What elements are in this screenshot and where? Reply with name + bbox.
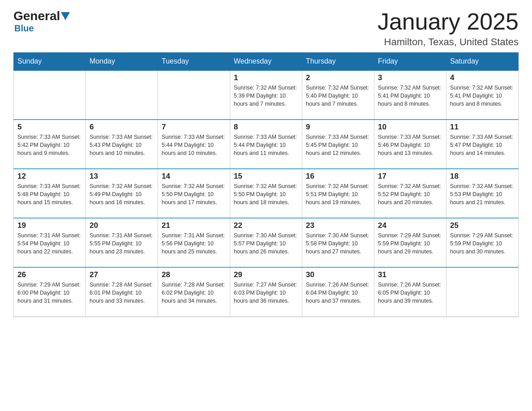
calendar-cell: 6Sunrise: 7:33 AM Sunset: 5:43 PM Daylig…	[86, 120, 158, 169]
day-number: 5	[17, 123, 82, 132]
calendar-cell	[86, 70, 158, 120]
calendar-cell: 19Sunrise: 7:31 AM Sunset: 5:54 PM Dayli…	[14, 218, 86, 267]
day-info: Sunrise: 7:28 AM Sunset: 6:02 PM Dayligh…	[162, 281, 226, 305]
calendar-cell: 2Sunrise: 7:32 AM Sunset: 5:40 PM Daylig…	[302, 70, 374, 120]
day-info: Sunrise: 7:28 AM Sunset: 6:01 PM Dayligh…	[90, 281, 154, 305]
day-number: 6	[90, 123, 154, 132]
column-header-thursday: Thursday	[302, 53, 374, 71]
calendar-cell	[14, 70, 86, 120]
logo: General Blue	[13, 9, 71, 34]
logo-blue: Blue	[14, 23, 34, 34]
calendar-week-row: 26Sunrise: 7:29 AM Sunset: 6:00 PM Dayli…	[14, 267, 519, 317]
column-header-friday: Friday	[374, 53, 446, 71]
calendar-table: SundayMondayTuesdayWednesdayThursdayFrid…	[13, 52, 519, 317]
day-number: 8	[234, 123, 298, 132]
calendar-cell: 3Sunrise: 7:32 AM Sunset: 5:41 PM Daylig…	[374, 70, 446, 120]
calendar-week-row: 1Sunrise: 7:32 AM Sunset: 5:39 PM Daylig…	[14, 70, 519, 120]
calendar-cell: 8Sunrise: 7:33 AM Sunset: 5:44 PM Daylig…	[230, 120, 302, 169]
day-info: Sunrise: 7:32 AM Sunset: 5:49 PM Dayligh…	[90, 182, 154, 206]
location-subtitle: Hamilton, Texas, United States	[378, 36, 519, 48]
day-info: Sunrise: 7:32 AM Sunset: 5:52 PM Dayligh…	[378, 182, 442, 206]
logo-triangle-icon	[61, 12, 70, 20]
day-info: Sunrise: 7:30 AM Sunset: 5:58 PM Dayligh…	[306, 231, 370, 256]
day-info: Sunrise: 7:32 AM Sunset: 5:50 PM Dayligh…	[234, 182, 298, 206]
calendar-cell: 31Sunrise: 7:26 AM Sunset: 6:05 PM Dayli…	[374, 267, 446, 317]
day-number: 27	[90, 270, 154, 279]
calendar-cell: 21Sunrise: 7:31 AM Sunset: 5:56 PM Dayli…	[158, 218, 230, 267]
page-title: January 2025	[378, 9, 519, 34]
day-number: 21	[162, 221, 226, 230]
calendar-cell: 1Sunrise: 7:32 AM Sunset: 5:39 PM Daylig…	[230, 70, 302, 120]
day-info: Sunrise: 7:33 AM Sunset: 5:42 PM Dayligh…	[17, 133, 82, 157]
day-number: 3	[378, 73, 442, 82]
day-info: Sunrise: 7:29 AM Sunset: 5:59 PM Dayligh…	[450, 231, 515, 256]
calendar-cell: 15Sunrise: 7:32 AM Sunset: 5:50 PM Dayli…	[230, 169, 302, 218]
day-number: 9	[306, 123, 370, 132]
day-info: Sunrise: 7:32 AM Sunset: 5:50 PM Dayligh…	[162, 182, 226, 206]
calendar-week-row: 12Sunrise: 7:33 AM Sunset: 5:48 PM Dayli…	[14, 169, 519, 218]
day-number: 17	[378, 172, 442, 181]
column-header-monday: Monday	[86, 53, 158, 71]
day-info: Sunrise: 7:32 AM Sunset: 5:41 PM Dayligh…	[450, 84, 515, 108]
calendar-cell: 14Sunrise: 7:32 AM Sunset: 5:50 PM Dayli…	[158, 169, 230, 218]
day-info: Sunrise: 7:32 AM Sunset: 5:51 PM Dayligh…	[306, 182, 370, 206]
day-info: Sunrise: 7:26 AM Sunset: 6:04 PM Dayligh…	[306, 281, 370, 305]
day-number: 10	[378, 123, 442, 132]
day-number: 16	[306, 172, 370, 181]
day-number: 15	[234, 172, 298, 181]
calendar-cell: 5Sunrise: 7:33 AM Sunset: 5:42 PM Daylig…	[14, 120, 86, 169]
day-number: 19	[17, 221, 82, 230]
day-info: Sunrise: 7:29 AM Sunset: 6:00 PM Dayligh…	[17, 281, 82, 305]
day-number: 1	[234, 73, 298, 82]
day-number: 24	[378, 221, 442, 230]
calendar-cell: 7Sunrise: 7:33 AM Sunset: 5:44 PM Daylig…	[158, 120, 230, 169]
day-info: Sunrise: 7:32 AM Sunset: 5:39 PM Dayligh…	[234, 84, 298, 108]
day-number: 4	[450, 73, 515, 82]
day-number: 23	[306, 221, 370, 230]
calendar-cell: 28Sunrise: 7:28 AM Sunset: 6:02 PM Dayli…	[158, 267, 230, 317]
day-info: Sunrise: 7:33 AM Sunset: 5:44 PM Dayligh…	[162, 133, 226, 157]
day-number: 18	[450, 172, 515, 181]
calendar-week-row: 5Sunrise: 7:33 AM Sunset: 5:42 PM Daylig…	[14, 120, 519, 169]
calendar-cell: 20Sunrise: 7:31 AM Sunset: 5:55 PM Dayli…	[86, 218, 158, 267]
day-info: Sunrise: 7:31 AM Sunset: 5:55 PM Dayligh…	[90, 231, 154, 256]
day-info: Sunrise: 7:32 AM Sunset: 5:40 PM Dayligh…	[306, 84, 370, 108]
day-number: 13	[90, 172, 154, 181]
calendar-cell: 17Sunrise: 7:32 AM Sunset: 5:52 PM Dayli…	[374, 169, 446, 218]
calendar-cell: 11Sunrise: 7:33 AM Sunset: 5:47 PM Dayli…	[446, 120, 519, 169]
day-info: Sunrise: 7:33 AM Sunset: 5:47 PM Dayligh…	[450, 133, 515, 157]
calendar-cell: 18Sunrise: 7:32 AM Sunset: 5:53 PM Dayli…	[446, 169, 519, 218]
day-info: Sunrise: 7:32 AM Sunset: 5:41 PM Dayligh…	[378, 84, 442, 108]
calendar-cell: 4Sunrise: 7:32 AM Sunset: 5:41 PM Daylig…	[446, 70, 519, 120]
calendar-cell	[158, 70, 230, 120]
day-number: 28	[162, 270, 226, 279]
day-info: Sunrise: 7:26 AM Sunset: 6:05 PM Dayligh…	[378, 281, 442, 305]
column-header-wednesday: Wednesday	[230, 53, 302, 71]
day-info: Sunrise: 7:33 AM Sunset: 5:48 PM Dayligh…	[17, 182, 82, 206]
calendar-header-row: SundayMondayTuesdayWednesdayThursdayFrid…	[14, 53, 519, 71]
day-number: 31	[378, 270, 442, 279]
logo-text: General	[13, 9, 71, 23]
calendar-cell: 27Sunrise: 7:28 AM Sunset: 6:01 PM Dayli…	[86, 267, 158, 317]
day-number: 22	[234, 221, 298, 230]
day-info: Sunrise: 7:33 AM Sunset: 5:43 PM Dayligh…	[90, 133, 154, 157]
day-number: 11	[450, 123, 515, 132]
day-info: Sunrise: 7:33 AM Sunset: 5:45 PM Dayligh…	[306, 133, 370, 157]
day-number: 26	[17, 270, 82, 279]
day-info: Sunrise: 7:33 AM Sunset: 5:44 PM Dayligh…	[234, 133, 298, 157]
calendar-week-row: 19Sunrise: 7:31 AM Sunset: 5:54 PM Dayli…	[14, 218, 519, 267]
title-area: January 2025 Hamilton, Texas, United Sta…	[378, 9, 519, 48]
day-number: 14	[162, 172, 226, 181]
calendar-cell: 23Sunrise: 7:30 AM Sunset: 5:58 PM Dayli…	[302, 218, 374, 267]
day-info: Sunrise: 7:29 AM Sunset: 5:59 PM Dayligh…	[378, 231, 442, 256]
day-info: Sunrise: 7:31 AM Sunset: 5:54 PM Dayligh…	[17, 231, 82, 256]
day-info: Sunrise: 7:27 AM Sunset: 6:03 PM Dayligh…	[234, 281, 298, 305]
calendar-cell: 10Sunrise: 7:33 AM Sunset: 5:46 PM Dayli…	[374, 120, 446, 169]
logo-general: General	[13, 9, 60, 23]
page-header: General Blue January 2025 Hamilton, Texa…	[13, 9, 519, 48]
calendar-cell: 24Sunrise: 7:29 AM Sunset: 5:59 PM Dayli…	[374, 218, 446, 267]
day-number: 20	[90, 221, 154, 230]
day-number: 2	[306, 73, 370, 82]
calendar-cell: 22Sunrise: 7:30 AM Sunset: 5:57 PM Dayli…	[230, 218, 302, 267]
calendar-cell: 9Sunrise: 7:33 AM Sunset: 5:45 PM Daylig…	[302, 120, 374, 169]
